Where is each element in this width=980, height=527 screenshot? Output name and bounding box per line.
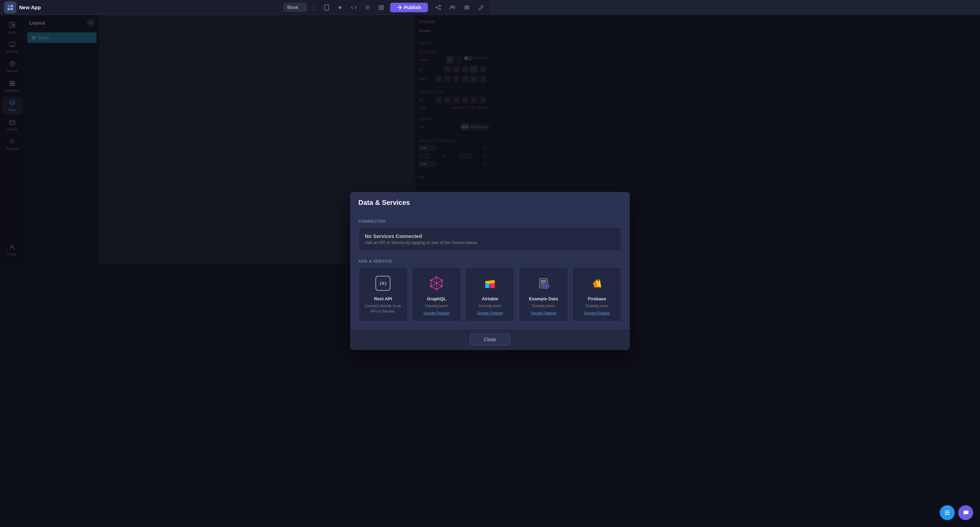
mobile-preview-icon[interactable] bbox=[322, 3, 331, 12]
svg-line-15 bbox=[437, 8, 439, 9]
share-icon[interactable] bbox=[433, 3, 443, 12]
modal-header: Data & Services bbox=[350, 192, 490, 213]
code-icon[interactable] bbox=[349, 3, 359, 12]
play-icon[interactable] bbox=[336, 3, 345, 12]
svg-rect-18 bbox=[465, 6, 469, 7]
publish-icon bbox=[397, 5, 402, 10]
topbar: New App Blank ⋮ Publish bbox=[0, 0, 490, 15]
svg-point-7 bbox=[367, 6, 369, 8]
topbar-right-icons bbox=[433, 3, 486, 12]
screen-dropdown[interactable]: Blank bbox=[283, 3, 307, 11]
settings-gear-icon[interactable] bbox=[363, 3, 372, 12]
more-options-button[interactable]: ⋮ bbox=[310, 3, 318, 11]
svg-point-11 bbox=[436, 7, 437, 8]
layers-icon[interactable] bbox=[462, 3, 472, 12]
svg-point-17 bbox=[453, 6, 455, 7]
svg-point-5 bbox=[327, 9, 327, 10]
svg-rect-8 bbox=[379, 5, 383, 7]
modal-body: CONNECTED No Services Connected Add an A… bbox=[350, 213, 490, 264]
app-name: New App bbox=[19, 5, 41, 10]
svg-rect-3 bbox=[11, 8, 13, 10]
svg-marker-6 bbox=[339, 6, 342, 9]
svg-point-13 bbox=[439, 8, 441, 10]
svg-point-12 bbox=[439, 5, 441, 6]
svg-rect-19 bbox=[465, 8, 469, 9]
app-logo[interactable] bbox=[4, 2, 16, 14]
data-services-modal: Data & Services CONNECTED No Services Co… bbox=[350, 192, 490, 264]
svg-rect-1 bbox=[11, 5, 13, 7]
toolbar-icons bbox=[322, 3, 386, 12]
users-icon[interactable] bbox=[448, 3, 457, 12]
publish-button[interactable]: Publish bbox=[390, 3, 428, 12]
svg-rect-0 bbox=[8, 5, 10, 7]
svg-rect-9 bbox=[379, 8, 381, 10]
modal-overlay[interactable]: Data & Services CONNECTED No Services Co… bbox=[0, 15, 490, 264]
svg-line-14 bbox=[437, 6, 439, 7]
cube-icon bbox=[6, 4, 14, 11]
connected-heading: CONNECTED bbox=[358, 219, 490, 223]
connected-box: No Services Connected Add an API or Serv… bbox=[358, 227, 490, 251]
layout-toggle-icon[interactable] bbox=[377, 3, 386, 12]
no-services-desc: Add an API or Service by tapping on one … bbox=[365, 240, 490, 245]
svg-rect-2 bbox=[8, 8, 10, 10]
modal-title: Data & Services bbox=[358, 199, 490, 206]
screen-dropdown-wrap[interactable]: Blank bbox=[283, 3, 307, 11]
edit-pencil-icon[interactable] bbox=[476, 3, 486, 12]
svg-rect-10 bbox=[382, 8, 383, 10]
add-service-heading: ADD A SERVICE bbox=[358, 259, 490, 263]
no-services-title: No Services Connected bbox=[365, 233, 490, 239]
